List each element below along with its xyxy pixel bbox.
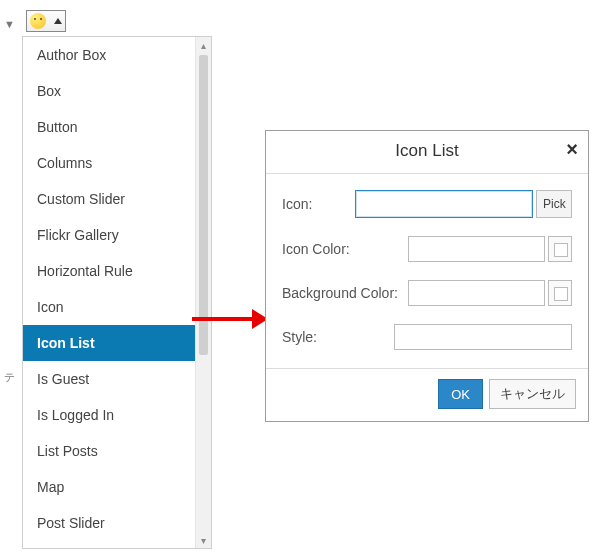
menu-item-flickr-gallery[interactable]: Flickr Gallery <box>23 217 211 253</box>
menu-item-map[interactable]: Map <box>23 469 211 505</box>
menu-item-is-logged-in[interactable]: Is Logged In <box>23 397 211 433</box>
menu-item-quote[interactable]: Quote <box>23 541 211 548</box>
pick-button[interactable]: Pick <box>536 190 572 218</box>
caret-down-mark: ▼ <box>4 18 15 30</box>
menu-item-is-guest[interactable]: Is Guest <box>23 361 211 397</box>
background-color-swatch-button[interactable] <box>548 280 572 306</box>
label-background-color: Background Color: <box>282 285 408 301</box>
dialog-title-bar: Icon List × <box>266 131 588 174</box>
cancel-button[interactable]: キャンセル <box>489 379 576 409</box>
scroll-up-icon[interactable]: ▴ <box>196 37 211 53</box>
row-icon: Icon: Pick <box>282 190 572 218</box>
menu-item-icon-list[interactable]: Icon List <box>23 325 211 361</box>
menu-item-list-posts[interactable]: List Posts <box>23 433 211 469</box>
row-icon-color: Icon Color: <box>282 236 572 262</box>
menu-item-icon[interactable]: Icon <box>23 289 211 325</box>
annotation-arrow-line <box>192 317 254 321</box>
scroll-thumb[interactable] <box>199 55 208 355</box>
style-input[interactable] <box>394 324 572 350</box>
menu-item-horizontal-rule[interactable]: Horizontal Rule <box>23 253 211 289</box>
insert-shortcode-button[interactable] <box>26 10 66 32</box>
editor-edge-fragments: ▼ テ <box>4 18 15 385</box>
icon-color-swatch-button[interactable] <box>548 236 572 262</box>
close-icon[interactable]: × <box>566 139 578 159</box>
text-fragment: テ <box>4 370 15 385</box>
menu-item-columns[interactable]: Columns <box>23 145 211 181</box>
scroll-down-icon[interactable]: ▾ <box>196 532 211 548</box>
emoji-smile-icon <box>30 13 46 29</box>
label-icon-color: Icon Color: <box>282 241 408 257</box>
dialog-title: Icon List <box>395 141 458 160</box>
ok-button[interactable]: OK <box>438 379 483 409</box>
icon-list-dialog: Icon List × Icon: Pick Icon Color: Backg… <box>265 130 589 422</box>
shortcode-dropdown: Author Box Box Button Columns Custom Sli… <box>22 36 212 549</box>
dropdown-list: Author Box Box Button Columns Custom Sli… <box>23 37 211 548</box>
label-icon: Icon: <box>282 196 355 212</box>
menu-item-box[interactable]: Box <box>23 73 211 109</box>
icon-color-input[interactable] <box>408 236 545 262</box>
menu-item-post-slider[interactable]: Post Slider <box>23 505 211 541</box>
menu-item-author-box[interactable]: Author Box <box>23 37 211 73</box>
menu-item-custom-slider[interactable]: Custom Slider <box>23 181 211 217</box>
dialog-footer: OK キャンセル <box>266 368 588 421</box>
background-color-input[interactable] <box>408 280 545 306</box>
row-background-color: Background Color: <box>282 280 572 306</box>
dropdown-scrollbar[interactable]: ▴ ▾ <box>195 37 211 548</box>
menu-item-button[interactable]: Button <box>23 109 211 145</box>
dialog-body: Icon: Pick Icon Color: Background Color:… <box>266 174 588 368</box>
caret-up-icon <box>54 18 62 24</box>
icon-input[interactable] <box>355 190 533 218</box>
row-style: Style: <box>282 324 572 350</box>
label-style: Style: <box>282 329 394 345</box>
